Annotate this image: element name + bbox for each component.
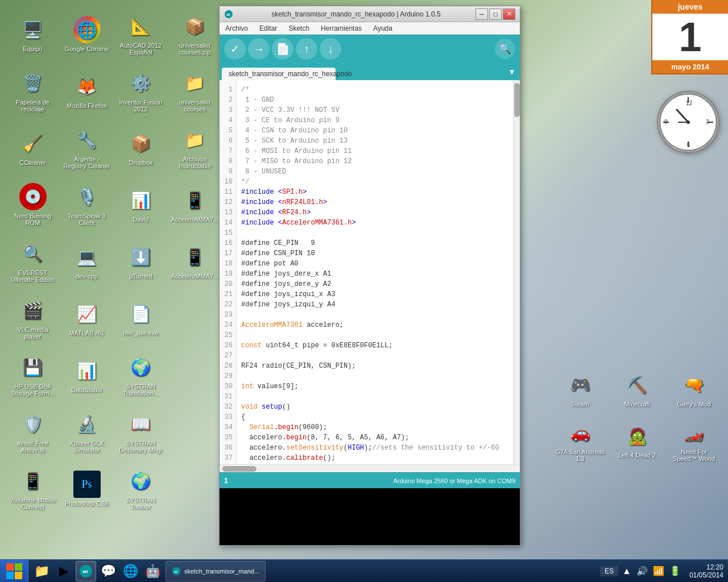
window-titlebar: ∞ sketch_transmisor_mando_rc_hexapodo | …	[220, 6, 520, 22]
taskbar-time: 12:20	[689, 563, 723, 571]
desktop-icon-matlab[interactable]: 📈 MATLAB r61	[60, 290, 114, 347]
new-button[interactable]: 📄	[272, 38, 293, 60]
desktop-icon-vlc[interactable]: 🎬 VLC media player	[6, 290, 60, 347]
desktop-icon-teamspeak[interactable]: 🎙️ TeamSpeak 3 Client	[60, 176, 114, 233]
desktop-icon-ccleaner[interactable]: 🧹 CCleaner	[6, 119, 60, 176]
clock-widget: 12 3 6 9	[657, 91, 719, 153]
taskbar-arduino2-icon[interactable]: 🤖	[142, 561, 163, 581]
save-button[interactable]: ↓	[320, 38, 341, 60]
vertical-scrollbar[interactable]	[513, 80, 520, 464]
desktop-icon-universalkit[interactable]: 📦 universalkit courses.zip	[168, 6, 222, 63]
desktop-icon-photoshop[interactable]: Ps Photoshop CS6	[60, 460, 114, 517]
desktop-icon-nero[interactable]: 💿 Nero Burning ROM	[6, 176, 60, 233]
menu-archivo[interactable]: Archivo	[220, 23, 254, 34]
desktop-icon-autocad[interactable]: 📐 AutoCAD 2012 Español	[114, 6, 168, 63]
close-button[interactable]: ✕	[503, 9, 515, 20]
taskbar-media-icon[interactable]: ▶	[53, 561, 74, 581]
calendar-widget: jueves 1 mayo 2014	[651, 0, 728, 74]
console-area[interactable]	[220, 488, 520, 545]
svg-text:∞: ∞	[226, 11, 230, 18]
desktop-icon-systran2[interactable]: 📖 SYSTRAN Dictionary Mngr	[114, 404, 168, 460]
desktop-icon-steam[interactable]: 🎮 Steam	[552, 364, 609, 415]
garrys-mod-icon: 🔫	[680, 371, 708, 398]
minecraft-icon: ⛏️	[623, 371, 651, 398]
matlab-icon: 📈	[73, 300, 101, 327]
taskbar-arduino-app[interactable]: ∞ sketch_transmisor_mand...	[166, 561, 266, 581]
desktop-icon-datastudio[interactable]: 📊 DataStudio	[60, 347, 114, 404]
taskbar-chrome-icon[interactable]: 🌐	[120, 561, 140, 581]
desktop-icon-devcpp[interactable]: 💻 dev-cpp	[60, 233, 114, 290]
start-button[interactable]	[0, 560, 28, 583]
desktop-icon-acceleromma2[interactable]: 📱 AcceleroMMA7...	[168, 233, 222, 290]
desktop-icon-firefox[interactable]: 🦊 Mozilla Firefox	[60, 63, 114, 119]
desktop-icon-equipo[interactable]: 🖥️ Equipo	[6, 6, 60, 63]
toolbar: ✓ → 📄 ↑ ↓ 🔍	[220, 35, 520, 63]
svg-text:9: 9	[664, 119, 668, 125]
menu-ayuda[interactable]: Ayuda	[367, 23, 398, 34]
verify-button[interactable]: ✓	[224, 38, 246, 60]
desktop-icon-david[interactable]: 📊 David	[114, 176, 168, 233]
desktop-icon-acceleromma[interactable]: 📱 AcceleroMMA7...	[168, 176, 222, 233]
datastudio-icon: 📊	[73, 357, 101, 384]
calendar-day: jueves	[652, 0, 728, 14]
serial-monitor-button[interactable]: 🔍	[495, 39, 515, 59]
desktop-icon-everest[interactable]: 🔍 EVEREST Ultimate Edition	[6, 233, 60, 290]
autocad-icon: 📐	[127, 13, 155, 40]
svg-point-11	[686, 120, 690, 124]
desktop-icon-avast[interactable]: 🛡️ avast! Free Antivirus	[6, 404, 60, 460]
desktop-icon-hp[interactable]: 💾 HP USB Disk Storage Form...	[6, 347, 60, 404]
arduino-app-icon-small: ∞	[172, 567, 181, 576]
desktop-icon-garrys-mod[interactable]: 🔫 Garry's Mod	[665, 364, 722, 415]
open-button[interactable]: ↑	[296, 38, 317, 60]
desktop-icon-nfs[interactable]: 🏎️ Need For Speed™ World	[665, 415, 722, 466]
tray-power-icon[interactable]: 🔋	[668, 564, 682, 577]
tab-dropdown-button[interactable]: ▼	[506, 66, 518, 77]
desktop-icon-argente[interactable]: 🔧 Argente - Registry Cleaner	[60, 119, 114, 176]
desktop-icon-archivos[interactable]: 📁 Archivos Instructable	[168, 119, 222, 176]
code-content[interactable]: /* 1 - GND 2 - VCC 3.3V !!! NOT 5V 3 - C…	[237, 80, 513, 464]
taskbar-arduino-icon[interactable]: ∞	[76, 561, 96, 581]
svg-rect-17	[15, 572, 22, 579]
desktop-icon-utorrent[interactable]: ⬇️ µTorrent	[114, 233, 168, 290]
desktop-icon-nos[interactable]: 📄 nos_use.exe	[114, 290, 168, 347]
clock-face: 12 3 6 9	[657, 91, 719, 153]
david-icon: 📊	[127, 186, 155, 214]
scrollbar-thumb[interactable]	[514, 83, 520, 117]
tray-network-icon[interactable]: 📶	[652, 564, 665, 577]
desktop-icon-vodafone[interactable]: 📱 Vodafone Mobile Connect	[6, 460, 60, 517]
code-area[interactable]: 12345 678910 1112131415 1617181920 21222…	[220, 80, 520, 464]
desktop-icon-left4dead[interactable]: 🧟 Left 4 Dead 2	[609, 415, 665, 466]
upload-button[interactable]: →	[248, 38, 270, 60]
desktop-icon-inventor[interactable]: ⚙️ Inventor Fusion 2012	[114, 63, 168, 119]
desktop-icon-systran3[interactable]: 🌍 SYSTRAN Toolbar	[114, 460, 168, 517]
desktop-icon-minecraft[interactable]: ⛏️ Minecraft	[609, 364, 665, 415]
desktop-icon-chrome[interactable]: 🌐 Google Chrome	[60, 6, 114, 63]
desktop-icon-gta[interactable]: 🚗 GTA San Andreas 1.3	[552, 415, 609, 466]
taskbar-skype-icon[interactable]: 💬	[98, 561, 118, 581]
menu-editar[interactable]: Editar	[254, 23, 283, 34]
tray-speaker-icon[interactable]: 🔊	[635, 564, 649, 577]
desktop-icon-dropbox[interactable]: 📦 Dropbox	[114, 119, 168, 176]
svg-text:12: 12	[686, 100, 693, 106]
tray-arrow-icon[interactable]: ▲	[621, 565, 632, 577]
desktop-icon-papelera[interactable]: 🗑️ Papelera de reciclaje	[6, 63, 60, 119]
menu-herramientas[interactable]: Herramientas	[315, 23, 367, 34]
svg-rect-15	[15, 563, 22, 571]
desktop-icon-universalkit2[interactable]: 📁 universalkit courses	[168, 63, 222, 119]
h-scrollbar-thumb[interactable]	[222, 466, 257, 472]
desktop-icon-systran[interactable]: 🌍 SYSTRAN Translation...	[114, 347, 168, 404]
arduino-window: ∞ sketch_transmisor_mando_rc_hexapodo | …	[219, 6, 520, 546]
desktop-icon-xplorer[interactable]: 🔬 Xplorer GLX Simulator	[60, 404, 114, 460]
minimize-button[interactable]: ─	[475, 9, 488, 20]
gta-icon: 🚗	[566, 419, 594, 446]
svg-rect-14	[6, 563, 14, 571]
code-tab[interactable]: sketch_transmisor_mando_rc_hexapodo	[222, 68, 336, 80]
taskbar-explorer-icon[interactable]: 📁	[31, 561, 52, 581]
maximize-button[interactable]: □	[489, 9, 502, 20]
taskbar-clock[interactable]: 12:20 01/05/2014	[685, 563, 728, 579]
language-indicator[interactable]: ES	[600, 566, 618, 576]
menu-sketch[interactable]: Sketch	[283, 23, 315, 34]
left4dead-icon: 🧟	[623, 422, 651, 450]
horizontal-scrollbar[interactable]	[220, 464, 520, 472]
status-line-number: 1	[224, 477, 228, 485]
